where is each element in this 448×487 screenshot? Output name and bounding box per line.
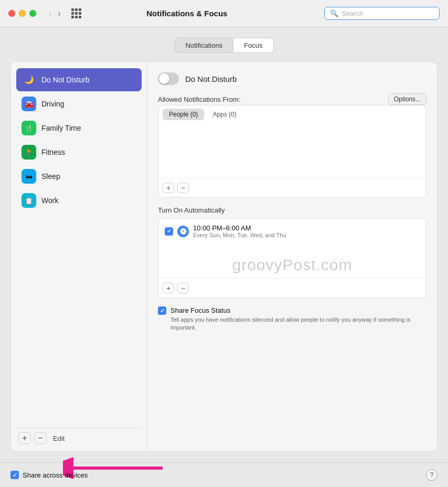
- edit-button[interactable]: Edit: [50, 433, 68, 443]
- share-focus-section: Share Focus Status Tell apps you have no…: [158, 306, 426, 332]
- sidebar-label-driving: Driving: [41, 100, 65, 108]
- maximize-button[interactable]: [29, 10, 36, 17]
- sidebar-item-sleep[interactable]: 🛏 Sleep: [16, 165, 142, 188]
- people-tab[interactable]: People (0): [163, 109, 204, 120]
- bottom-bar: Share across devices ?: [0, 462, 448, 487]
- toggle-label: Do Not Disturb: [185, 75, 237, 83]
- sidebar-label-fitness: Fitness: [41, 148, 65, 156]
- sidebar-item-driving[interactable]: 🚘 Driving: [16, 92, 142, 115]
- notifications-tabs: People (0) Apps (0): [158, 105, 426, 120]
- notifications-empty-area: [158, 120, 426, 178]
- auto-footer: + −: [158, 278, 426, 298]
- traffic-lights: [8, 10, 36, 17]
- options-button[interactable]: Options...: [388, 93, 426, 105]
- sidebar-label-family-time: Family Time: [41, 124, 81, 132]
- auto-section-title: Turn On Automatically: [158, 206, 426, 214]
- right-panel: Do Not Disturb Allowed Notifications Fro…: [147, 62, 437, 451]
- remove-schedule-button[interactable]: −: [177, 283, 189, 293]
- fitness-icon: 🏃: [22, 145, 36, 160]
- share-focus-text: Share Focus Status Tell apps you have no…: [170, 306, 426, 332]
- minimize-button[interactable]: [19, 10, 26, 17]
- search-box: 🔍: [324, 7, 440, 20]
- sidebar-label-work: Work: [41, 196, 58, 205]
- sidebar-item-family-time[interactable]: 🍴 Family Time: [16, 117, 142, 140]
- window-title: Notifications & Focus: [56, 9, 318, 18]
- content-panel: 🌙 Do Not Disturb 🚘 Driving 🍴 Family Time…: [10, 61, 438, 452]
- schedule-time: 10:00 PM–6:00 AM: [193, 224, 420, 232]
- add-schedule-button[interactable]: +: [163, 283, 174, 293]
- sleep-icon: 🛏: [22, 169, 36, 184]
- toggle-row: Do Not Disturb: [158, 72, 426, 85]
- notifications-footer: + −: [158, 178, 426, 197]
- auto-section: Turn On Automatically 🕙 10:00 PM–6:00 AM…: [158, 206, 426, 298]
- sidebar-list: 🌙 Do Not Disturb 🚘 Driving 🍴 Family Time…: [16, 68, 142, 424]
- share-focus-checkbox[interactable]: [158, 306, 166, 315]
- search-icon: 🔍: [330, 9, 338, 17]
- do-not-disturb-toggle[interactable]: [158, 72, 179, 85]
- sidebar-item-work[interactable]: 📋 Work: [16, 189, 142, 212]
- tab-focus[interactable]: Focus: [233, 38, 273, 53]
- sidebar-item-do-not-disturb[interactable]: 🌙 Do Not Disturb: [16, 68, 142, 91]
- sidebar-footer: + − Edit: [16, 428, 142, 445]
- back-button[interactable]: ‹: [47, 8, 54, 19]
- remove-focus-button[interactable]: −: [34, 432, 47, 444]
- add-focus-button[interactable]: +: [18, 432, 31, 444]
- panel-inner: 🌙 Do Not Disturb 🚘 Driving 🍴 Family Time…: [11, 62, 437, 451]
- schedule-info: 10:00 PM–6:00 AM Every Sun, Mon, Tue, We…: [193, 224, 420, 238]
- arrow-overlay: [63, 452, 168, 486]
- share-devices-checkbox[interactable]: [10, 471, 19, 479]
- share-devices-row: Share across devices: [10, 471, 88, 479]
- work-icon: 📋: [22, 193, 36, 208]
- schedule-row: 🕙 10:00 PM–6:00 AM Every Sun, Mon, Tue, …: [158, 219, 426, 244]
- sidebar-item-fitness[interactable]: 🏃 Fitness: [16, 141, 142, 164]
- section-header: Allowed Notifications From: Options...: [158, 93, 426, 105]
- do-not-disturb-icon: 🌙: [22, 72, 36, 87]
- watermark: groovyPost.com: [158, 244, 426, 278]
- driving-icon: 🚘: [22, 97, 36, 111]
- titlebar: ‹ › Notifications & Focus 🔍: [0, 0, 448, 27]
- tab-notifications[interactable]: Notifications: [174, 38, 233, 53]
- schedule-days: Every Sun, Mon, Tue, Wed, and Thu: [193, 232, 420, 238]
- apps-tab[interactable]: Apps (0): [206, 109, 242, 120]
- notifications-box: People (0) Apps (0) + −: [158, 105, 426, 198]
- schedule-checkbox[interactable]: [165, 227, 173, 236]
- help-button[interactable]: ?: [426, 469, 438, 481]
- remove-notification-button[interactable]: −: [177, 183, 189, 193]
- share-focus-title: Share Focus Status: [170, 306, 426, 314]
- sidebar-label-do-not-disturb: Do Not Disturb: [41, 76, 90, 84]
- share-focus-desc: Tell apps you have notifications silence…: [170, 316, 426, 332]
- allowed-notifications-title: Allowed Notifications From:: [158, 96, 241, 103]
- pink-arrow: [63, 452, 168, 484]
- tab-bar: Notifications Focus: [10, 38, 438, 53]
- allowed-notifications-section: Allowed Notifications From: Options... P…: [158, 93, 426, 198]
- search-input[interactable]: [342, 9, 434, 17]
- close-button[interactable]: [8, 10, 15, 17]
- main-content: Notifications Focus 🌙 Do Not Disturb 🚘 D…: [0, 27, 448, 462]
- sidebar-label-sleep: Sleep: [41, 172, 60, 181]
- share-devices-label: Share across devices: [23, 471, 88, 479]
- family-time-icon: 🍴: [22, 121, 36, 135]
- auto-box: 🕙 10:00 PM–6:00 AM Every Sun, Mon, Tue, …: [158, 218, 426, 298]
- add-notification-button[interactable]: +: [163, 183, 174, 193]
- sidebar: 🌙 Do Not Disturb 🚘 Driving 🍴 Family Time…: [11, 62, 147, 451]
- clock-icon: 🕙: [177, 226, 189, 237]
